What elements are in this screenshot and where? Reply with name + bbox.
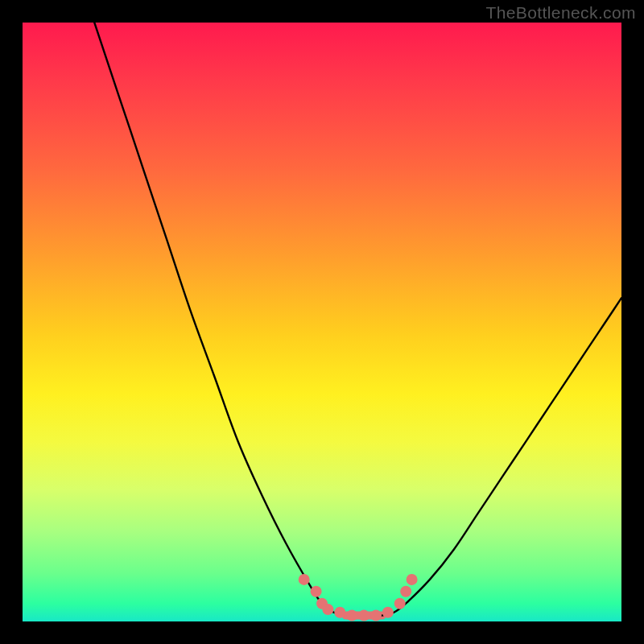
highlight-dot <box>382 607 394 618</box>
highlight-dot <box>322 604 333 615</box>
highlight-dot <box>311 586 322 597</box>
highlight-dot <box>400 586 411 597</box>
highlight-dot <box>370 610 382 621</box>
curve-layer <box>23 23 621 621</box>
left-curve-path <box>94 23 346 616</box>
highlight-dot <box>299 574 310 585</box>
highlight-dot <box>358 610 369 621</box>
plot-area <box>23 23 621 621</box>
right-curve-path <box>382 298 621 615</box>
highlight-dot <box>334 607 345 618</box>
highlight-dot <box>407 574 418 585</box>
series-group <box>94 23 621 616</box>
highlight-dot <box>394 598 406 609</box>
chart-stage: TheBottleneck.com <box>0 0 644 644</box>
attribution-watermark: TheBottleneck.com <box>485 3 636 23</box>
highlight-dot <box>346 610 357 621</box>
